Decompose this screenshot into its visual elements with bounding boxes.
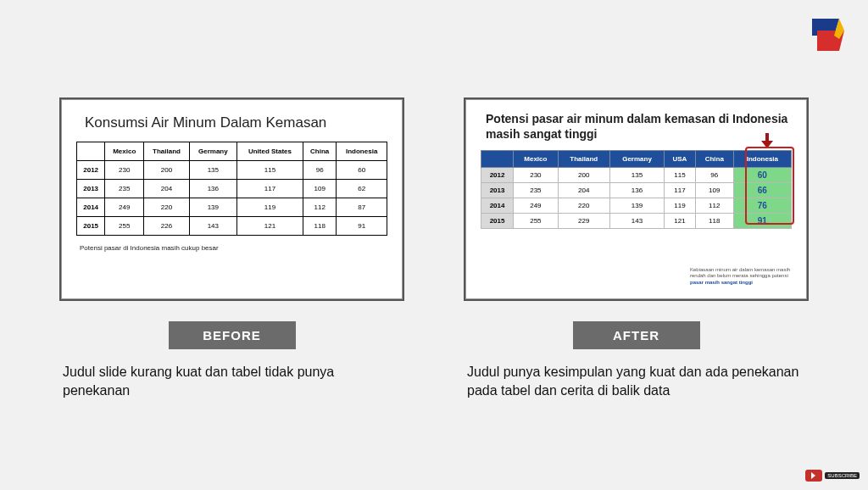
after-note: Kebiasaan minum air dalam kemasan masih …: [690, 267, 792, 287]
after-slide: Potensi pasar air minum dalam kemasan di…: [464, 97, 809, 301]
youtube-subscribe-label: SUBSCRIBE: [825, 472, 860, 479]
before-slide: Konsumsi Air Minum Dalam Kemasan Mexico …: [59, 97, 404, 301]
arrow-down-icon: [761, 133, 773, 148]
brand-logo: [805, 14, 848, 56]
before-slide-title: Konsumsi Air Minum Dalam Kemasan: [76, 111, 387, 142]
comparison-panels: Konsumsi Air Minum Dalam Kemasan Mexico …: [0, 0, 868, 399]
after-tag: AFTER: [573, 321, 700, 349]
before-panel: Konsumsi Air Minum Dalam Kemasan Mexico …: [59, 97, 404, 399]
before-description: Judul slide kurang kuat dan tabel tidak …: [59, 363, 404, 399]
before-table: Mexico Thailand Germany United States Ch…: [76, 142, 387, 236]
before-tag: BEFORE: [169, 321, 296, 349]
before-caption: Potensi pasar di Indonesia masih cukup b…: [76, 236, 387, 252]
after-slide-title: Potensi pasar air minum dalam kemasan di…: [481, 111, 792, 150]
youtube-icon: [805, 470, 822, 482]
youtube-subscribe-badge[interactable]: SUBSCRIBE: [805, 470, 860, 482]
after-table: Mexico Thailand Germany USA China Indone…: [481, 150, 792, 229]
after-description: Judul punya kesimpulan yang kuat dan ada…: [464, 363, 809, 399]
after-panel: Potensi pasar air minum dalam kemasan di…: [464, 97, 809, 399]
